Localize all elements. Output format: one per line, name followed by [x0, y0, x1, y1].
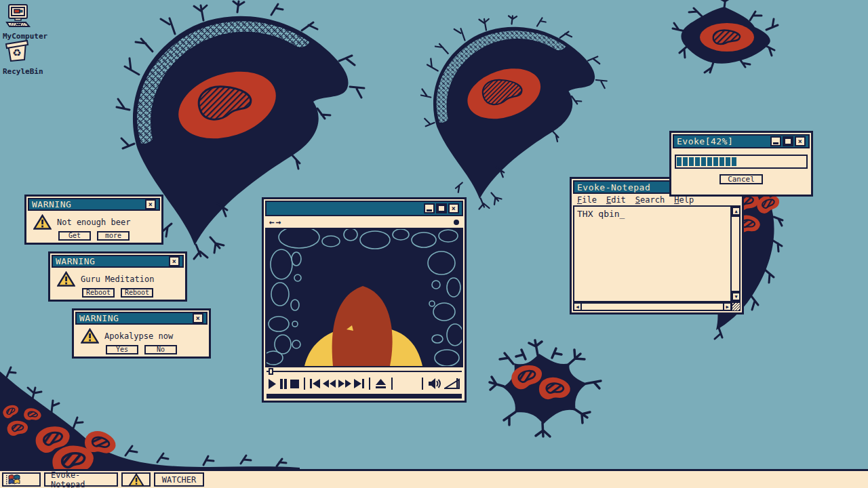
desktop: { "colors": { "desktop_bg": "#7badba", "… [0, 0, 868, 488]
taskbar-item-label: Evoke-Notepad [51, 470, 111, 488]
warning-triangle-icon [57, 271, 75, 287]
warning-message: Not enough beer [57, 218, 130, 227]
warning-button-1[interactable]: Get [58, 231, 91, 241]
taskbar-item-warning[interactable] [121, 472, 151, 487]
skip-back-icon[interactable] [310, 379, 320, 388]
close-icon[interactable]: × [145, 199, 156, 209]
creature-star-cell [490, 340, 601, 436]
warning-titlebar[interactable]: WARNING × [52, 255, 184, 268]
player-statusbar [267, 394, 462, 399]
divider [369, 378, 370, 390]
close-icon[interactable]: × [169, 256, 180, 266]
player-titlebar[interactable]: × [265, 201, 463, 216]
video-screen[interactable] [265, 228, 463, 367]
warning-title: WARNING [56, 256, 167, 266]
creature-diamond-cell [673, 0, 778, 73]
warning-triangle-icon [128, 473, 144, 487]
seek-track [267, 371, 462, 372]
back-forward-icons[interactable]: ←→ [269, 217, 283, 227]
seek-bar[interactable] [265, 367, 463, 375]
pause-icon[interactable] [279, 379, 288, 389]
notepad-text-area[interactable]: THX qbin_ [574, 207, 730, 301]
creature-bottom-left [0, 367, 300, 474]
seek-handle[interactable] [269, 368, 273, 375]
volume-speaker-icon[interactable] [428, 378, 441, 389]
warning-title: WARNING [79, 313, 191, 323]
skip-forward-icon[interactable] [354, 379, 364, 388]
warning-message: Guru Meditation [81, 274, 154, 284]
maximize-icon[interactable] [783, 136, 793, 146]
start-button[interactable] [2, 472, 41, 487]
warning-title: WARNING [32, 199, 144, 209]
computer-icon [3, 4, 33, 28]
horizontal-scrollbar[interactable]: ◀ ▶ [573, 302, 741, 311]
vscroll-track[interactable] [732, 216, 739, 292]
warning-triangle-icon [81, 328, 99, 344]
minimize-icon[interactable] [770, 136, 781, 146]
divider [422, 378, 423, 390]
warning-button-1[interactable]: Reboot [82, 288, 115, 298]
desktop-icon-my-computer[interactable]: MyComputer [3, 4, 46, 41]
taskbar: Evoke-Notepad WATCHER [0, 469, 868, 488]
player-toolbar: ←→ [265, 216, 463, 228]
close-icon[interactable]: × [448, 203, 459, 214]
minimize-icon[interactable] [424, 203, 435, 214]
warning-button-2[interactable]: Reboot [121, 288, 153, 298]
taskbar-item-label: WATCHER [162, 475, 197, 485]
vertical-scrollbar[interactable]: ▲ ▼ [730, 207, 739, 301]
play-icon[interactable] [268, 379, 277, 389]
progress-titlebar[interactable]: Evoke[42%] × [673, 134, 810, 148]
progress-blocks [677, 157, 738, 166]
warning-button-2[interactable]: No [144, 345, 177, 354]
warning-dialog-apokalypse: WARNING × Apokalypse now Yes No [72, 308, 211, 359]
warning-dialog-beer: WARNING × Not enough beer Get more [24, 195, 163, 245]
menu-edit[interactable]: Edit [606, 195, 626, 205]
warning-titlebar[interactable]: WARNING × [28, 198, 160, 211]
scroll-left-icon[interactable]: ◀ [573, 302, 582, 311]
recycle-bin-icon: ♻ [3, 38, 30, 64]
close-icon[interactable]: × [193, 313, 203, 323]
svg-text:♻: ♻ [12, 47, 21, 59]
warning-message: Apokalypse now [104, 331, 173, 341]
menu-file[interactable]: File [577, 195, 597, 205]
record-dot-icon[interactable] [454, 220, 459, 225]
menu-search[interactable]: Search [635, 195, 665, 205]
taskbar-item-watcher[interactable]: WATCHER [154, 472, 204, 487]
progress-bar [675, 155, 808, 169]
video-content [267, 229, 463, 366]
eject-icon[interactable] [375, 379, 387, 389]
resize-grip[interactable] [732, 302, 741, 311]
scroll-right-icon[interactable]: ▶ [723, 302, 732, 311]
volume-slider-icon[interactable] [444, 378, 460, 389]
notepad-window: Evoke-Notepad File Edit Search Help THX … [570, 177, 744, 314]
media-player-window: × ←→ [262, 197, 467, 403]
warning-dialog-guru: WARNING × Guru Meditation Reboot Reboot [48, 251, 187, 302]
player-controls [265, 375, 463, 392]
cancel-button[interactable]: Cancel [719, 174, 763, 184]
windows-flag-icon [6, 474, 21, 485]
warning-titlebar[interactable]: WARNING × [75, 312, 208, 325]
maximize-icon[interactable] [436, 203, 447, 214]
progress-title: Evoke[42%] [677, 136, 769, 146]
divider [304, 378, 305, 390]
warning-button-2[interactable]: more [97, 231, 130, 241]
close-icon[interactable]: × [795, 136, 806, 146]
taskbar-item-notepad[interactable]: Evoke-Notepad [44, 472, 118, 487]
rewind-icon[interactable] [323, 380, 336, 388]
scroll-down-icon[interactable]: ▼ [732, 292, 741, 301]
divider [391, 378, 393, 390]
warning-triangle-icon [33, 214, 52, 230]
desktop-icon-recycle-bin[interactable]: ♻ RecyleBin [3, 38, 46, 76]
stop-icon[interactable] [290, 379, 299, 389]
hscroll-track[interactable] [582, 302, 723, 311]
fast-forward-icon[interactable] [338, 380, 351, 388]
desktop-icon-label: RecyleBin [3, 67, 46, 76]
warning-button-1[interactable]: Yes [106, 345, 138, 354]
progress-window: Evoke[42%] × Cancel [669, 131, 813, 197]
scroll-up-icon[interactable]: ▲ [732, 207, 741, 216]
